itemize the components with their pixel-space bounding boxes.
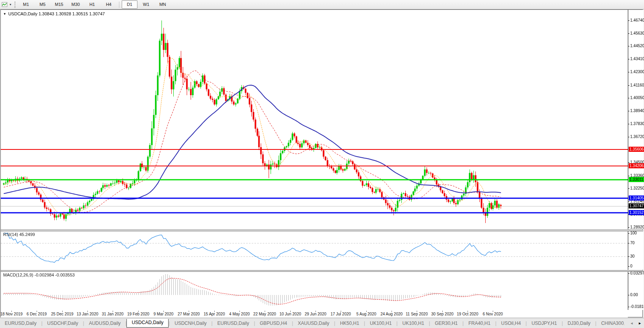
toolbar-separator <box>119 2 119 8</box>
timeframe-button-m5[interactable]: M5 <box>35 0 50 9</box>
chart-tab-china300-h1[interactable]: CHINA300,H1 <box>596 319 624 327</box>
chart-tab-usoil-h4[interactable]: USOil,H4 <box>496 319 525 327</box>
macd-label: MACD(12,26,9) -0.002984 -0.003553 <box>3 273 75 277</box>
price-axis-tick: 1.42300 <box>630 70 644 74</box>
tabs-scroll-right-button[interactable]: ► <box>636 321 644 325</box>
chart-title: ▼USDCAD,Daily 1.30843 1.30928 1.30515 1.… <box>3 11 105 16</box>
price-line-badge: 1.34206 <box>629 163 644 168</box>
current-price-badge: 1.30747 <box>629 203 644 208</box>
main-chart-canvas[interactable] <box>1 10 644 229</box>
chart-tab-xauusd-daily[interactable]: XAUUSD,Daily <box>293 319 334 327</box>
macd-canvas[interactable] <box>1 271 644 310</box>
date-axis-label: 6 Nov 2020 <box>477 312 509 316</box>
chart-tab-usdjpy-h1[interactable]: USDJPY,H1 <box>527 319 561 327</box>
timeframe-button-m1[interactable]: M1 <box>18 0 34 9</box>
timeframe-button-d1[interactable]: D1 <box>122 0 137 9</box>
price-axis-tick: 1.44520 <box>630 44 644 48</box>
price-axis-tick: 1.36720 <box>630 135 644 139</box>
chart-tab-bar: EURUSD,Daily|USDCHF,Daily|AUDUSD,Daily|U… <box>0 318 644 328</box>
rsi-label: RSI(14) 45.2499 <box>3 232 35 237</box>
rsi-axis-tick: 30 <box>630 254 635 258</box>
chart-title-text: USDCAD,Daily 1.30843 1.30928 1.30515 1.3… <box>8 11 105 16</box>
indicators-icon <box>2 2 8 7</box>
panel-separator[interactable] <box>1 270 643 272</box>
chart-tab-audusd-daily[interactable]: AUDUSD,Daily <box>84 319 126 327</box>
chart-tab-uk100-h1[interactable]: UK100,H1 <box>397 319 429 327</box>
chart-tab-usdchf-daily[interactable]: USDCHF,Daily <box>43 319 83 327</box>
timeframe-button-w1[interactable]: W1 <box>138 0 154 9</box>
tab-scroll-controls: ◄ ► <box>627 321 644 325</box>
price-axis-tick: 1.41160 <box>630 83 644 87</box>
indicators-button[interactable]: ▼ <box>0 1 13 9</box>
rsi-canvas[interactable] <box>1 231 644 270</box>
price-axis-tick: 1.28920 <box>630 225 644 229</box>
price-line-badge: 1.33011 <box>629 177 644 182</box>
panel-separator[interactable] <box>1 230 643 231</box>
chart-tab-dj30-daily[interactable]: DJ30,Daily <box>563 319 595 327</box>
chart-tab-gbpusd-h4[interactable]: GBPUSD,H4 <box>255 319 292 327</box>
price-axis-tick: 1.40050 <box>630 96 644 100</box>
timeframe-button-h1[interactable]: H1 <box>84 0 100 9</box>
chart-tab-usdcnh-daily[interactable]: USDCNH,Daily <box>170 319 211 327</box>
time-axis[interactable]: 18 Nov 20196 Dec 201925 Dec 201913 Jan 2… <box>1 311 628 317</box>
price-line-badge: 1.31405 <box>629 195 644 201</box>
top-toolbar: ▼ M1M5M15M30H1H4D1W1MN <box>0 0 644 9</box>
rsi-axis-tick: 70 <box>630 241 635 245</box>
timeframe-buttons: M1M5M15M30H1H4D1W1MN <box>18 0 171 9</box>
timeframe-button-mn[interactable]: MN <box>155 0 171 9</box>
chart-tab-eurusd-daily[interactable]: EURUSD,Daily <box>213 319 254 327</box>
chart-tab-uk100-h1[interactable]: UK100,H1 <box>365 319 396 327</box>
price-axis-tick: 1.32250 <box>630 186 644 190</box>
price-axis-tick: 1.45630 <box>630 31 644 35</box>
toolbar-grip <box>15 2 15 8</box>
tabs-scroll-left-button[interactable]: ◄ <box>627 321 636 325</box>
chart-tab-ger30-h1[interactable]: GER30,H1 <box>430 319 462 327</box>
chart-tab-usdcad-daily[interactable]: USDCAD,Daily <box>126 319 169 328</box>
rsi-axis-tick: 0 <box>630 264 633 268</box>
chevron-down-icon: ▼ <box>9 3 12 6</box>
chart-tab-hk50-h1[interactable]: HK50,H1 <box>335 319 364 327</box>
chart-tab-fra40-h1[interactable]: FRA40,H1 <box>464 319 495 327</box>
collapse-caret-icon[interactable]: ▼ <box>3 12 6 16</box>
macd-axis-tick: 0.032972 <box>630 271 644 275</box>
price-axis-tick: 1.37830 <box>630 122 644 126</box>
price-axis-tick: 1.43410 <box>630 57 644 61</box>
timeframe-button-h4[interactable]: H4 <box>101 0 117 9</box>
macd-axis-tick: 0.00 <box>630 293 638 297</box>
macd-axis-tick: -0.01815 <box>630 304 644 309</box>
price-axis-tick: 1.46740 <box>630 18 644 22</box>
price-line-badge: 1.30152 <box>629 210 644 215</box>
timeframe-button-m15[interactable]: M15 <box>51 0 67 9</box>
chart-tab-eurusd-daily[interactable]: EURUSD,Daily <box>0 319 41 327</box>
timeframe-button-m30[interactable]: M30 <box>68 0 84 9</box>
price-axis-tick: 1.38940 <box>630 109 644 113</box>
price-line-badge: 1.35606 <box>629 147 644 152</box>
rsi-axis-tick: 100 <box>630 231 637 235</box>
